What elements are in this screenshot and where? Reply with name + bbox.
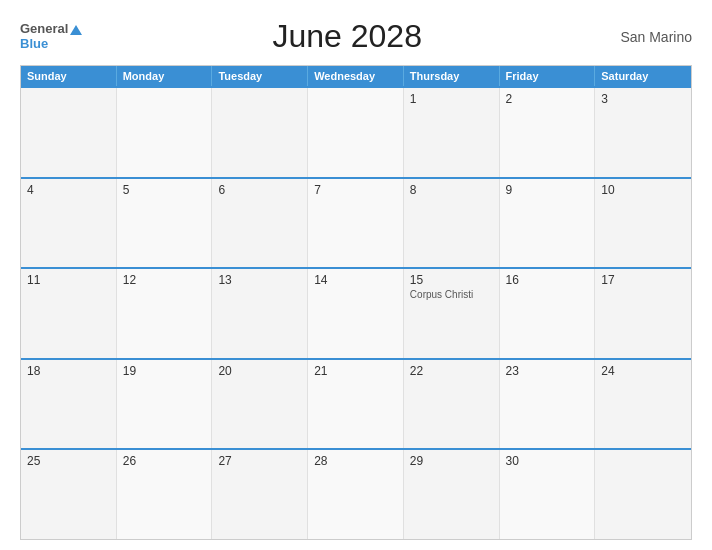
event-label: Corpus Christi: [410, 289, 493, 300]
header-wednesday: Wednesday: [308, 66, 404, 86]
calendar-cell: 19: [117, 360, 213, 449]
calendar-body: 123456789101112131415Corpus Christi16171…: [21, 86, 691, 539]
calendar-cell: [212, 88, 308, 177]
header-saturday: Saturday: [595, 66, 691, 86]
day-number: 9: [506, 183, 589, 197]
day-number: 20: [218, 364, 301, 378]
calendar-cell: 21: [308, 360, 404, 449]
calendar-cell: [595, 450, 691, 539]
day-number: 6: [218, 183, 301, 197]
day-number: 11: [27, 273, 110, 287]
calendar-cell: 4: [21, 179, 117, 268]
header-monday: Monday: [117, 66, 213, 86]
day-number: 7: [314, 183, 397, 197]
country-label: San Marino: [612, 29, 692, 45]
day-number: 18: [27, 364, 110, 378]
day-number: 26: [123, 454, 206, 468]
calendar-cell: [21, 88, 117, 177]
calendar-cell: 22: [404, 360, 500, 449]
day-number: 17: [601, 273, 685, 287]
day-number: 27: [218, 454, 301, 468]
page-header: General Blue June 2028 San Marino: [20, 18, 692, 55]
calendar-cell: [308, 88, 404, 177]
logo-blue-text: Blue: [20, 37, 82, 51]
calendar-header-row: Sunday Monday Tuesday Wednesday Thursday…: [21, 66, 691, 86]
day-number: 15: [410, 273, 493, 287]
calendar-cell: [117, 88, 213, 177]
calendar-cell: 23: [500, 360, 596, 449]
day-number: 25: [27, 454, 110, 468]
calendar-cell: 5: [117, 179, 213, 268]
calendar-row-3: 18192021222324: [21, 358, 691, 449]
calendar-cell: 30: [500, 450, 596, 539]
calendar-cell: 28: [308, 450, 404, 539]
calendar-title: June 2028: [82, 18, 612, 55]
calendar-cell: 26: [117, 450, 213, 539]
day-number: 4: [27, 183, 110, 197]
day-number: 2: [506, 92, 589, 106]
calendar-grid: Sunday Monday Tuesday Wednesday Thursday…: [20, 65, 692, 540]
header-thursday: Thursday: [404, 66, 500, 86]
day-number: 3: [601, 92, 685, 106]
calendar-cell: 14: [308, 269, 404, 358]
calendar-cell: 16: [500, 269, 596, 358]
day-number: 12: [123, 273, 206, 287]
day-number: 23: [506, 364, 589, 378]
day-number: 14: [314, 273, 397, 287]
calendar-cell: 18: [21, 360, 117, 449]
header-friday: Friday: [500, 66, 596, 86]
day-number: 8: [410, 183, 493, 197]
calendar-cell: 11: [21, 269, 117, 358]
calendar-page: General Blue June 2028 San Marino Sunday…: [0, 0, 712, 550]
calendar-cell: 25: [21, 450, 117, 539]
calendar-cell: 7: [308, 179, 404, 268]
calendar-cell: 1: [404, 88, 500, 177]
calendar-cell: 20: [212, 360, 308, 449]
logo-triangle-icon: [70, 25, 82, 35]
day-number: 29: [410, 454, 493, 468]
day-number: 21: [314, 364, 397, 378]
day-number: 28: [314, 454, 397, 468]
day-number: 13: [218, 273, 301, 287]
calendar-cell: 6: [212, 179, 308, 268]
day-number: 1: [410, 92, 493, 106]
header-tuesday: Tuesday: [212, 66, 308, 86]
calendar-cell: 9: [500, 179, 596, 268]
day-number: 30: [506, 454, 589, 468]
calendar-cell: 8: [404, 179, 500, 268]
header-sunday: Sunday: [21, 66, 117, 86]
day-number: 24: [601, 364, 685, 378]
calendar-cell: 10: [595, 179, 691, 268]
day-number: 16: [506, 273, 589, 287]
day-number: 19: [123, 364, 206, 378]
calendar-cell: 29: [404, 450, 500, 539]
calendar-cell: 15Corpus Christi: [404, 269, 500, 358]
calendar-row-0: 123: [21, 86, 691, 177]
calendar-row-1: 45678910: [21, 177, 691, 268]
day-number: 5: [123, 183, 206, 197]
day-number: 22: [410, 364, 493, 378]
calendar-cell: 24: [595, 360, 691, 449]
calendar-cell: 27: [212, 450, 308, 539]
calendar-cell: 13: [212, 269, 308, 358]
calendar-cell: 17: [595, 269, 691, 358]
calendar-cell: 12: [117, 269, 213, 358]
calendar-row-2: 1112131415Corpus Christi1617: [21, 267, 691, 358]
day-number: 10: [601, 183, 685, 197]
calendar-cell: 2: [500, 88, 596, 177]
logo-general-text: General: [20, 21, 68, 36]
logo: General Blue: [20, 22, 82, 51]
calendar-row-4: 252627282930: [21, 448, 691, 539]
calendar-cell: 3: [595, 88, 691, 177]
